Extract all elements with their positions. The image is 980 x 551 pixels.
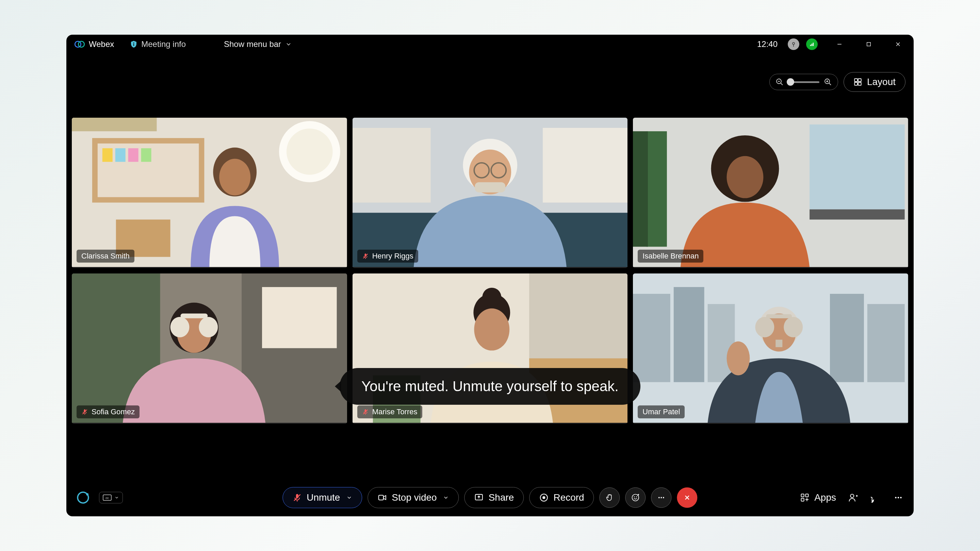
network-signal-icon[interactable] — [806, 38, 818, 50]
svg-text:cc: cc — [105, 496, 109, 500]
svg-rect-7 — [810, 45, 811, 46]
svg-rect-90 — [776, 340, 783, 347]
svg-point-74 — [482, 288, 501, 307]
svg-point-56 — [727, 156, 764, 198]
svg-rect-31 — [128, 148, 138, 162]
svg-rect-52 — [810, 210, 905, 220]
zoom-slider-track[interactable] — [788, 81, 819, 83]
webex-logo-group[interactable]: Webex — [75, 39, 114, 49]
meeting-info-label: Meeting info — [141, 40, 186, 49]
svg-rect-22 — [858, 79, 861, 82]
participant-tile[interactable]: Umar Patel — [633, 273, 908, 424]
participant-name-tag: Marise Torres — [357, 405, 422, 418]
zoom-in-button[interactable] — [823, 77, 833, 87]
captions-menu-button[interactable]: cc — [99, 492, 123, 503]
title-bar: Webex Meeting info Show menu bar 12:40 — [66, 35, 914, 54]
chevron-down-icon — [115, 495, 119, 500]
record-button[interactable]: Record — [529, 487, 594, 508]
stop-video-button[interactable]: Stop video — [368, 487, 459, 508]
apps-label: Apps — [814, 492, 836, 503]
zoom-slider-thumb[interactable] — [787, 78, 794, 86]
svg-rect-9 — [813, 43, 814, 46]
bottom-bar-left: cc — [76, 491, 123, 504]
show-menu-bar-button[interactable]: Show menu bar — [224, 40, 292, 49]
participant-name-tag: Isabelle Brennan — [638, 250, 703, 263]
apps-button[interactable]: Apps — [800, 492, 836, 503]
participant-tile[interactable]: Isabelle Brennan — [633, 118, 908, 268]
participant-name-label: Sofia Gomez — [92, 408, 135, 416]
share-screen-icon — [474, 493, 484, 502]
participant-name-label: Clarissa Smith — [81, 252, 130, 260]
svg-rect-40 — [543, 128, 628, 203]
svg-rect-53 — [646, 131, 667, 246]
svg-rect-65 — [180, 314, 208, 318]
share-button[interactable]: Share — [465, 487, 524, 508]
video-feed — [633, 273, 908, 423]
bottom-bar-center: Unmute Stop video Share Record — [282, 487, 697, 508]
svg-point-105 — [636, 496, 637, 497]
participant-name-label: Umar Patel — [643, 408, 680, 416]
video-feed — [72, 118, 347, 267]
emoji-icon — [631, 493, 640, 502]
close-button[interactable] — [891, 37, 905, 52]
svg-rect-60 — [262, 287, 337, 348]
svg-rect-30 — [115, 148, 126, 162]
title-bar-left: Webex Meeting info Show menu bar — [75, 39, 292, 49]
svg-line-15 — [781, 83, 783, 85]
svg-rect-44 — [475, 182, 505, 192]
participant-name-label: Isabelle Brennan — [643, 252, 698, 260]
svg-point-37 — [219, 159, 250, 195]
svg-point-120 — [898, 497, 899, 499]
chat-button[interactable] — [871, 492, 881, 503]
svg-point-108 — [659, 497, 660, 498]
panel-more-button[interactable] — [893, 492, 904, 503]
unmute-button[interactable]: Unmute — [282, 487, 362, 508]
video-feed — [353, 118, 628, 267]
stop-video-label: Stop video — [392, 492, 437, 503]
close-icon — [683, 493, 692, 502]
svg-rect-23 — [854, 82, 858, 86]
video-feed — [72, 273, 347, 423]
layout-label: Layout — [867, 76, 896, 87]
participant-tile[interactable]: Clarissa Smith — [72, 118, 347, 268]
svg-rect-70 — [529, 273, 628, 362]
participants-button[interactable] — [848, 492, 859, 503]
zoom-out-button[interactable] — [775, 77, 785, 87]
svg-rect-29 — [102, 148, 113, 162]
minimize-button[interactable] — [832, 37, 847, 52]
svg-rect-5 — [793, 44, 794, 46]
bottom-bar: cc Unmute Stop video Share Record — [66, 479, 914, 516]
zoom-control[interactable] — [769, 74, 838, 90]
leave-meeting-button[interactable] — [677, 487, 698, 508]
assistant-icon[interactable] — [76, 491, 89, 504]
layout-button[interactable]: Layout — [843, 72, 905, 92]
show-menu-label: Show menu bar — [224, 40, 281, 49]
encryption-icon[interactable] — [788, 38, 799, 50]
svg-rect-54 — [633, 131, 648, 246]
svg-line-18 — [829, 83, 831, 85]
apps-icon — [800, 493, 810, 502]
svg-point-121 — [900, 497, 902, 499]
chevron-down-icon[interactable] — [443, 495, 449, 501]
svg-rect-32 — [141, 148, 151, 162]
svg-point-64 — [199, 317, 218, 337]
record-label: Record — [553, 492, 584, 503]
unmute-label: Unmute — [307, 492, 340, 503]
raise-hand-button[interactable] — [600, 487, 620, 508]
participant-tile[interactable]: Sofia Gomez — [72, 273, 347, 424]
reactions-button[interactable] — [625, 487, 646, 508]
participant-name-label: Henry Riggs — [372, 252, 414, 260]
svg-point-103 — [632, 494, 639, 501]
video-feed — [633, 118, 908, 267]
svg-rect-3 — [134, 44, 134, 46]
svg-point-91 — [727, 341, 750, 375]
maximize-button[interactable] — [861, 37, 876, 52]
meeting-info-button[interactable]: Meeting info — [130, 40, 186, 49]
svg-point-119 — [895, 497, 897, 499]
more-options-button[interactable] — [651, 487, 672, 508]
muted-toast: You're muted. Unmute yourself to speak. — [340, 368, 640, 405]
participant-tile[interactable]: Henry Riggs — [353, 118, 628, 268]
svg-point-110 — [663, 497, 664, 498]
chevron-down-icon[interactable] — [346, 495, 352, 501]
svg-point-75 — [474, 308, 509, 351]
